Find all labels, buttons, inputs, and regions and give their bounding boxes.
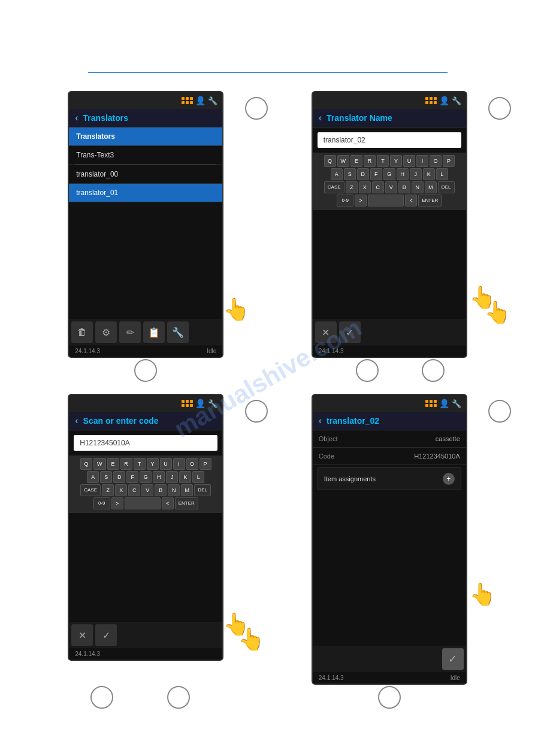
grid-icon-2 (425, 97, 437, 104)
s3-key-Z[interactable]: Z (102, 484, 114, 496)
key-N[interactable]: N (412, 181, 424, 193)
form-row-object: Object cassette (313, 430, 466, 448)
confirm-btn-4[interactable]: ✓ (442, 648, 464, 670)
key-lt[interactable]: < (405, 195, 417, 207)
s3-key-P[interactable]: P (200, 458, 211, 470)
key-Q[interactable]: Q (324, 155, 336, 167)
s3-kb-row-2: A S D F G H J K L (71, 471, 220, 483)
s3-key-S[interactable]: S (100, 471, 112, 483)
settings-btn-1[interactable]: ⚙ (95, 321, 117, 343)
item-assignments-row[interactable]: Item assignments + (318, 467, 461, 490)
s3-key-ENTER[interactable]: ENTER (175, 497, 198, 509)
key-DEL[interactable]: DEL (438, 181, 455, 193)
s3-key-CASE[interactable]: CASE (80, 484, 101, 496)
cancel-btn-3[interactable]: ✕ (71, 624, 93, 646)
key-gt[interactable]: > (355, 195, 367, 207)
back-arrow-3[interactable]: ‹ (75, 415, 78, 426)
s3-key-Q[interactable]: Q (80, 458, 92, 470)
tool-btn-1[interactable]: 🔧 (167, 321, 189, 343)
s3-key-K[interactable]: K (179, 471, 191, 483)
edit-btn-1[interactable]: ✏ (119, 321, 141, 343)
key-P[interactable]: P (443, 155, 455, 167)
key-R[interactable]: R (364, 155, 376, 167)
translator-name-input[interactable] (318, 132, 461, 148)
key-D[interactable]: D (357, 168, 369, 180)
s3-key-L[interactable]: L (192, 471, 204, 483)
s3-key-J[interactable]: J (166, 471, 178, 483)
s3-key-R[interactable]: R (120, 458, 132, 470)
key-E[interactable]: E (350, 155, 362, 167)
key-L[interactable]: L (436, 168, 448, 180)
key-space[interactable] (368, 195, 404, 207)
key-J[interactable]: J (410, 168, 422, 180)
s3-key-C[interactable]: C (128, 484, 140, 496)
screen3-tool-icons: ✕ ✓ (71, 624, 117, 646)
s3-key-Y[interactable]: Y (147, 458, 159, 470)
s3-key-I[interactable]: I (173, 458, 185, 470)
item-assignments-label: Item assignments (324, 475, 376, 482)
s3-key-V[interactable]: V (141, 484, 153, 496)
key-G[interactable]: G (383, 168, 395, 180)
s3-key-H[interactable]: H (153, 471, 165, 483)
key-T[interactable]: T (377, 155, 389, 167)
key-F[interactable]: F (370, 168, 382, 180)
list-item-translator01[interactable]: translator_01 (69, 184, 222, 202)
confirm-btn-2[interactable]: ✓ (339, 321, 361, 343)
s3-key-F[interactable]: F (126, 471, 138, 483)
back-arrow-2[interactable]: ‹ (319, 113, 322, 123)
scan-code-input[interactable] (74, 435, 217, 451)
key-O[interactable]: O (430, 155, 442, 167)
delete-btn-1[interactable]: 🗑 (71, 321, 93, 343)
s3-key-B[interactable]: B (155, 484, 167, 496)
key-X[interactable]: X (359, 181, 371, 193)
key-09[interactable]: 0-9 (337, 195, 353, 207)
screen3-status-top: 👤 🔧 (69, 395, 222, 412)
grid-icon-3 (182, 400, 193, 407)
s3-key-lt[interactable]: < (162, 497, 174, 509)
list-item-transtext3[interactable]: Trans-Text3 (69, 146, 222, 165)
s3-key-E[interactable]: E (107, 458, 119, 470)
key-Y[interactable]: Y (390, 155, 402, 167)
key-I[interactable]: I (416, 155, 428, 167)
s3-key-U[interactable]: U (160, 458, 172, 470)
key-H[interactable]: H (397, 168, 409, 180)
key-B[interactable]: B (398, 181, 410, 193)
list-item-translator00[interactable]: translator_00 (69, 165, 222, 184)
s3-key-X[interactable]: X (115, 484, 127, 496)
key-A[interactable]: A (331, 168, 343, 180)
back-arrow-1[interactable]: ‹ (75, 113, 78, 123)
s3-key-09[interactable]: 0-9 (93, 497, 110, 509)
key-CASE[interactable]: CASE (324, 181, 344, 193)
s3-key-G[interactable]: G (140, 471, 152, 483)
expand-btn[interactable]: + (443, 473, 455, 485)
screen2-title-bar: ‹ Translator Name (313, 109, 466, 127)
key-K[interactable]: K (423, 168, 435, 180)
key-M[interactable]: M (425, 181, 437, 193)
s3-key-D[interactable]: D (113, 471, 125, 483)
s3-key-W[interactable]: W (93, 458, 106, 470)
s3-kb-row-3: CASE Z X C V B N M DEL (71, 484, 220, 496)
s3-key-A[interactable]: A (87, 471, 99, 483)
copy-btn-1[interactable]: 📋 (143, 321, 165, 343)
key-U[interactable]: U (403, 155, 415, 167)
s3-key-space[interactable] (125, 497, 161, 509)
key-Z[interactable]: Z (346, 181, 358, 193)
s3-key-O[interactable]: O (186, 458, 198, 470)
screen4-version: 24.1.14.3 (319, 675, 344, 681)
screen4-device: 👤 🔧 ‹ translator_02 Object cassette Code (312, 394, 467, 685)
cancel-btn-2[interactable]: ✕ (315, 321, 337, 343)
key-ENTER[interactable]: ENTER (418, 195, 442, 207)
key-V[interactable]: V (385, 181, 397, 193)
s3-key-gt[interactable]: > (111, 497, 123, 509)
key-W[interactable]: W (337, 155, 350, 167)
s3-key-DEL[interactable]: DEL (194, 484, 211, 496)
back-arrow-4[interactable]: ‹ (319, 415, 322, 426)
s3-key-N[interactable]: N (168, 484, 180, 496)
s3-key-M[interactable]: M (181, 484, 193, 496)
confirm-btn-3[interactable]: ✓ (95, 624, 117, 646)
key-S[interactable]: S (344, 168, 356, 180)
s3-key-T[interactable]: T (134, 458, 146, 470)
key-C[interactable]: C (372, 181, 384, 193)
list-item-translators[interactable]: Translators (69, 127, 222, 146)
kb-row-3: CASE Z X C V B N M DEL (315, 181, 464, 193)
